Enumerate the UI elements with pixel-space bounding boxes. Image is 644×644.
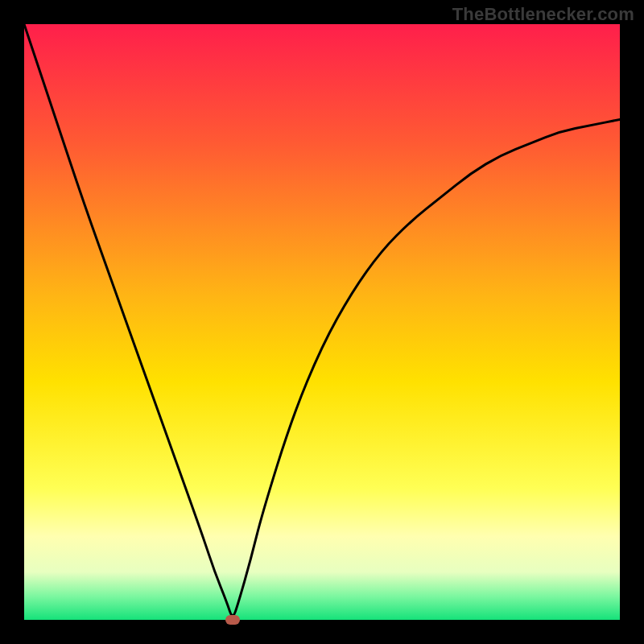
curve-svg	[24, 24, 620, 620]
chart-frame: TheBottlenecker.com	[0, 0, 644, 644]
minimum-marker	[225, 615, 240, 625]
bottleneck-curve	[24, 24, 620, 615]
attribution-label: TheBottlenecker.com	[452, 4, 634, 25]
